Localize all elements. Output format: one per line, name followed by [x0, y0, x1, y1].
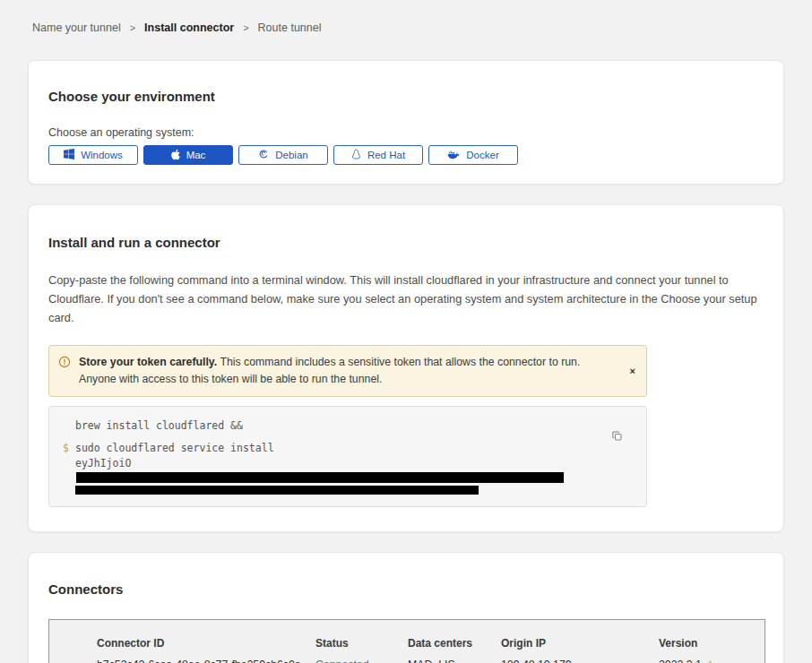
cell-data-centers: MAD, LIS [408, 659, 501, 663]
os-button-label: Mac [186, 150, 206, 160]
connectors-table: Connector ID Status Data centers Origin … [48, 619, 765, 663]
cell-origin-ip: 109.48.10.179 [501, 659, 659, 663]
debian-logo-icon [258, 149, 269, 161]
os-button-label: Red Hat [367, 150, 405, 160]
token-warning-title: Store your token carefully. [79, 356, 217, 368]
breadcrumb-separator: > [130, 22, 135, 33]
os-select-label: Choose an operating system: [48, 126, 764, 139]
os-button-mac[interactable]: Mac [143, 145, 233, 165]
page-content: Choose your environment Choose an operat… [28, 60, 784, 663]
choose-environment-title: Choose your environment [48, 89, 764, 104]
code-command-row: $ sudo cloudflared service install eyJhI… [63, 441, 607, 495]
col-connector-id: Connector ID [97, 637, 315, 650]
os-button-redhat[interactable]: Red Hat [333, 145, 423, 165]
os-button-group: Windows Mac Debian [48, 145, 764, 165]
os-button-docker[interactable]: Docker [428, 145, 518, 165]
breadcrumb-route-tunnel[interactable]: Route tunnel [258, 22, 322, 34]
os-button-label: Windows [81, 150, 123, 160]
os-button-label: Docker [466, 150, 498, 160]
os-button-debian[interactable]: Debian [238, 145, 328, 165]
install-connector-title: Install and run a connector [48, 235, 764, 250]
redhat-tux-icon [351, 149, 361, 162]
install-connector-card: Install and run a connector Copy-paste t… [28, 204, 784, 532]
cell-version: 2022.3.1⚠ [659, 659, 764, 663]
breadcrumb-name-your-tunnel[interactable]: Name your tunnel [32, 22, 121, 34]
breadcrumb-separator: > [243, 22, 248, 33]
connectors-title: Connectors [48, 581, 764, 597]
os-button-label: Debian [275, 150, 307, 160]
close-icon[interactable]: × [630, 366, 635, 376]
col-status: Status [315, 637, 408, 650]
connectors-table-header: Connector ID Status Data centers Origin … [49, 637, 764, 650]
install-command-code-block: brew install cloudflared && $ sudo cloud… [48, 406, 647, 507]
code-command: sudo cloudflared service install eyJhIjo… [75, 441, 607, 495]
code-line-sudo: sudo cloudflared service install [75, 441, 607, 456]
windows-logo-icon [64, 149, 74, 161]
docker-whale-icon [447, 150, 460, 161]
breadcrumb: Name your tunnel > Install connector > R… [0, 0, 812, 34]
breadcrumb-install-connector[interactable]: Install connector [144, 22, 234, 34]
version-value: 2022.3.1 [659, 659, 702, 663]
choose-environment-card: Choose your environment Choose an operat… [28, 60, 784, 185]
code-line-token: eyJhIjoiO [75, 456, 607, 486]
cell-connector-id: b7c52c42-6caa-48ee-8c77-fbe259cb6c0a [97, 659, 315, 663]
token-warning-text: Store your token carefully. This command… [79, 354, 610, 388]
connectors-card: Connectors Connector ID Status Data cent… [28, 552, 784, 663]
token-prefix: eyJhIjoiO [75, 457, 131, 469]
status-badge: Connected [315, 659, 408, 663]
col-version: Version [659, 637, 764, 650]
table-row: b7c52c42-6caa-48ee-8c77-fbe259cb6c0a Con… [49, 659, 764, 663]
token-redaction-bar [75, 486, 479, 495]
alert-circle-icon [58, 356, 71, 388]
install-description: Copy-paste the following command into a … [48, 271, 761, 327]
shell-prompt: $ [63, 441, 75, 495]
token-warning-banner: Store your token carefully. This command… [48, 345, 647, 397]
col-data-centers: Data centers [408, 637, 501, 650]
token-redaction-bar [76, 472, 564, 483]
code-line-brew: brew install cloudflared && [75, 418, 607, 434]
copy-icon[interactable] [611, 430, 623, 444]
os-button-windows[interactable]: Windows [48, 145, 138, 165]
col-origin-ip: Origin IP [501, 637, 659, 650]
apple-logo-icon [171, 149, 180, 162]
version-warning-icon: ⚠ [705, 659, 715, 663]
